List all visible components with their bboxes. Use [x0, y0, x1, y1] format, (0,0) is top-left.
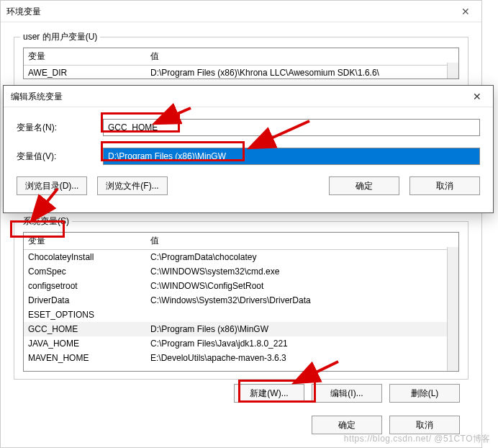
table-row[interactable]: AWE_DIRD:\Program Files (x86)\Khrona LLC…	[24, 66, 458, 79]
watermark: https://blog.csdn.net/ @51CTO博客	[344, 433, 491, 445]
var-value-cell	[146, 308, 458, 322]
var-value-cell: C:\ProgramData\chocolatey	[146, 250, 458, 264]
col-name[interactable]: 变量	[24, 48, 146, 65]
table-row[interactable]: ESET_OPTIONS	[24, 308, 458, 322]
scrollbar[interactable]	[447, 247, 458, 371]
user-vars-group: user 的用户变量(U) 变量 值 AWE_DIRD:\Program Fil…	[14, 37, 468, 87]
var-value-cell: D:\Program Files (x86)\Khrona LLC\Awesom…	[146, 66, 458, 79]
var-value-cell: C:\WINDOWS\system32\cmd.exe	[146, 264, 458, 279]
var-name-cell: ChocolateyInstall	[24, 250, 146, 264]
user-vars-label: user 的用户变量(U)	[20, 31, 100, 43]
table-row[interactable]: GCC_HOMED:\Program Files (x86)\MinGW	[24, 322, 458, 336]
var-value-cell: E:\DeveloUtils\apache-maven-3.6.3	[146, 351, 458, 365]
delete-button[interactable]: 删除(L)	[389, 384, 460, 403]
edit-ok-button[interactable]: 确定	[329, 176, 399, 195]
col-name[interactable]: 变量	[24, 233, 146, 249]
edit-system-var-dialog: 编辑系统变量 ✕ 变量名(N): 变量值(V): 浏览目录(D)... 浏览文件…	[3, 85, 494, 213]
ok-button[interactable]: 确定	[312, 416, 382, 434]
user-vars-table[interactable]: 变量 值 AWE_DIRD:\Program Files (x86)\Khron…	[23, 48, 459, 79]
new-button[interactable]: 新建(W)...	[234, 384, 304, 403]
scrollbar[interactable]	[447, 63, 458, 79]
table-row[interactable]: JAVA_HOMEC:\Program Files\Java\jdk1.8.0_…	[24, 336, 458, 351]
var-value-cell: C:\WINDOWS\ConfigSetRoot	[146, 279, 458, 293]
close-icon[interactable]: ✕	[461, 86, 493, 107]
env-title: 环境变量	[1, 1, 481, 22]
var-name-cell: ComSpec	[24, 264, 146, 279]
col-value[interactable]: 值	[146, 48, 458, 65]
edit-button[interactable]: 编辑(I)...	[312, 384, 382, 403]
var-name-cell: MAVEN_HOME	[24, 351, 146, 365]
var-value-input[interactable]	[103, 148, 480, 165]
close-icon[interactable]: ✕	[450, 1, 481, 22]
system-vars-table[interactable]: 变量 值 ChocolateyInstallC:\ProgramData\cho…	[23, 232, 459, 372]
table-row[interactable]: ChocolateyInstallC:\ProgramData\chocolat…	[24, 250, 458, 264]
system-vars-label: 系统变量(S)	[20, 215, 72, 228]
var-name-cell: GCC_HOME	[24, 322, 146, 336]
var-name-cell: JAVA_HOME	[24, 336, 146, 351]
cancel-button[interactable]: 取消	[389, 416, 460, 434]
var-value-cell: C:\Program Files\Java\jdk1.8.0_221	[146, 336, 458, 351]
table-row[interactable]: ComSpecC:\WINDOWS\system32\cmd.exe	[24, 264, 458, 279]
var-value-label: 变量值(V):	[17, 151, 103, 163]
var-name-input[interactable]	[103, 119, 480, 136]
var-name-cell: AWE_DIR	[24, 66, 146, 79]
edit-dialog-title: 编辑系统变量	[4, 86, 493, 107]
var-value-cell: C:\Windows\System32\Drivers\DriverData	[146, 293, 458, 308]
var-name-cell: ESET_OPTIONS	[24, 308, 146, 322]
system-vars-group: 系统变量(S) 变量 值 ChocolateyInstallC:\Program…	[14, 221, 468, 380]
var-name-cell: configsetroot	[24, 279, 146, 293]
var-name-label: 变量名(N):	[17, 122, 103, 134]
var-name-cell: DriverData	[24, 293, 146, 308]
col-value[interactable]: 值	[146, 233, 458, 249]
env-vars-dialog: 环境变量 ✕ user 的用户变量(U) 变量 值 AWE_DIRD:\Prog…	[0, 0, 482, 448]
table-row[interactable]: configsetrootC:\WINDOWS\ConfigSetRoot	[24, 279, 458, 293]
browse-dir-button[interactable]: 浏览目录(D)...	[17, 176, 87, 195]
var-value-cell: D:\Program Files (x86)\MinGW	[146, 322, 458, 336]
browse-file-button[interactable]: 浏览文件(F)...	[97, 176, 168, 195]
table-row[interactable]: DriverDataC:\Windows\System32\Drivers\Dr…	[24, 293, 458, 308]
table-row[interactable]: MAVEN_HOMEE:\DeveloUtils\apache-maven-3.…	[24, 351, 458, 365]
edit-cancel-button[interactable]: 取消	[409, 176, 480, 195]
